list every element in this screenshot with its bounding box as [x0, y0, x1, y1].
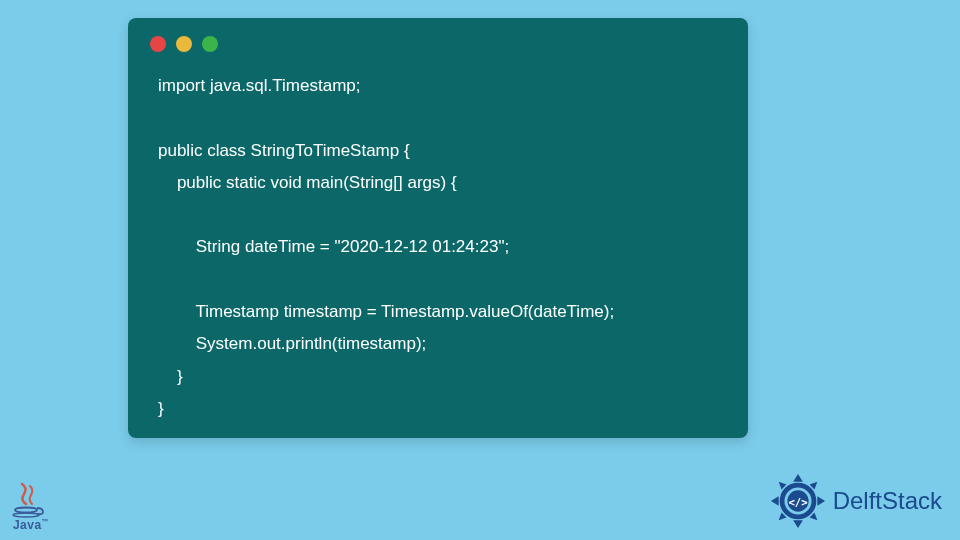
svg-text:</>: </>	[788, 496, 807, 509]
java-logo: Java™	[8, 482, 54, 532]
code-window: import java.sql.Timestamp; public class …	[128, 18, 748, 438]
code-block: import java.sql.Timestamp; public class …	[128, 64, 748, 445]
maximize-icon	[202, 36, 218, 52]
svg-point-0	[15, 508, 37, 513]
java-cup-icon	[8, 482, 48, 518]
delftstack-gear-icon: </>	[769, 472, 827, 530]
minimize-icon	[176, 36, 192, 52]
delftstack-label: DelftStack	[833, 487, 942, 515]
close-icon	[150, 36, 166, 52]
svg-point-1	[13, 513, 39, 517]
delftstack-logo: </> DelftStack	[769, 472, 942, 530]
java-label: Java™	[8, 518, 54, 532]
traffic-lights	[128, 18, 748, 64]
